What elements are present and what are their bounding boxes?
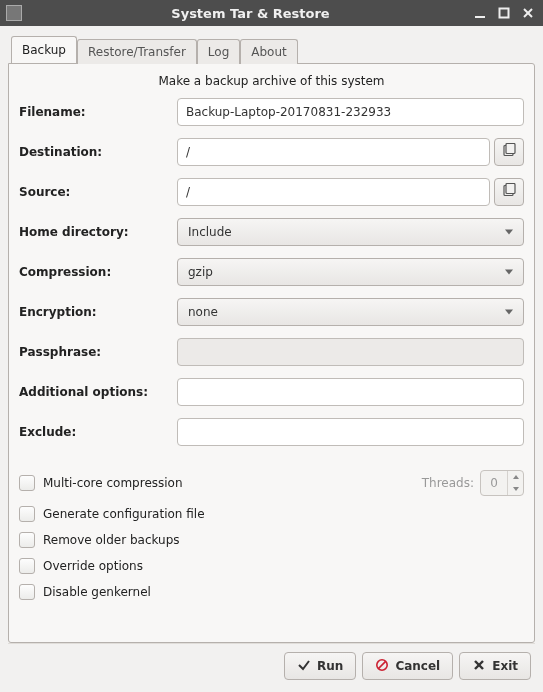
- destination-input[interactable]: [177, 138, 490, 166]
- passphrase-input: [177, 338, 524, 366]
- genconf-label[interactable]: Generate configuration file: [43, 507, 205, 521]
- destination-browse-button[interactable]: [494, 138, 524, 166]
- svg-rect-5: [506, 143, 515, 153]
- tab-restore-transfer[interactable]: Restore/Transfer: [77, 39, 197, 64]
- folder-icon: [501, 143, 517, 162]
- tab-backup[interactable]: Backup: [11, 36, 77, 63]
- window-title: System Tar & Restore: [30, 6, 471, 21]
- additional-options-input[interactable]: [177, 378, 524, 406]
- filename-input[interactable]: [177, 98, 524, 126]
- home-directory-label: Home directory:: [19, 225, 177, 239]
- threads-value: 0: [481, 471, 507, 495]
- cancel-button[interactable]: Cancel: [362, 652, 453, 680]
- action-bar: Run Cancel Exit: [8, 643, 535, 684]
- tab-log[interactable]: Log: [197, 39, 240, 64]
- additional-options-label: Additional options:: [19, 385, 177, 399]
- tab-bar: Backup Restore/Transfer Log About: [8, 36, 535, 63]
- window-controls: [471, 4, 537, 22]
- checkmark-icon: [297, 658, 311, 675]
- disable-genkernel-checkbox[interactable]: [19, 584, 35, 600]
- close-button[interactable]: [519, 4, 537, 22]
- encryption-label: Encryption:: [19, 305, 177, 319]
- disable-genkernel-label[interactable]: Disable genkernel: [43, 585, 151, 599]
- svg-rect-1: [500, 9, 509, 18]
- app-icon: [6, 5, 22, 21]
- genconf-checkbox[interactable]: [19, 506, 35, 522]
- exclude-input[interactable]: [177, 418, 524, 446]
- passphrase-label: Passphrase:: [19, 345, 177, 359]
- multicore-checkbox[interactable]: [19, 475, 35, 491]
- prohibit-icon: [375, 658, 389, 675]
- compression-label: Compression:: [19, 265, 177, 279]
- home-directory-value: Include: [188, 225, 232, 239]
- filename-label: Filename:: [19, 105, 177, 119]
- cancel-button-label: Cancel: [395, 659, 440, 673]
- encryption-select[interactable]: none: [177, 298, 524, 326]
- app-window: System Tar & Restore Backup Restore/Tran…: [0, 0, 543, 692]
- compression-value: gzip: [188, 265, 213, 279]
- override-checkbox[interactable]: [19, 558, 35, 574]
- compression-select[interactable]: gzip: [177, 258, 524, 286]
- threads-down[interactable]: [508, 483, 523, 495]
- threads-spinner: 0: [480, 470, 524, 496]
- exit-button-label: Exit: [492, 659, 518, 673]
- run-button-label: Run: [317, 659, 343, 673]
- source-browse-button[interactable]: [494, 178, 524, 206]
- close-icon: [472, 658, 486, 675]
- multicore-label[interactable]: Multi-core compression: [43, 476, 183, 490]
- maximize-button[interactable]: [495, 4, 513, 22]
- remove-older-checkbox[interactable]: [19, 532, 35, 548]
- threads-label: Threads:: [422, 476, 474, 490]
- folder-icon: [501, 183, 517, 202]
- svg-rect-7: [506, 183, 515, 193]
- panel-heading: Make a backup archive of this system: [19, 74, 524, 88]
- run-button[interactable]: Run: [284, 652, 356, 680]
- svg-line-9: [379, 661, 386, 668]
- tab-about[interactable]: About: [240, 39, 297, 64]
- titlebar[interactable]: System Tar & Restore: [0, 0, 543, 26]
- source-input[interactable]: [177, 178, 490, 206]
- client-area: Backup Restore/Transfer Log About Make a…: [0, 26, 543, 692]
- remove-older-label[interactable]: Remove older backups: [43, 533, 180, 547]
- minimize-button[interactable]: [471, 4, 489, 22]
- exclude-label: Exclude:: [19, 425, 177, 439]
- home-directory-select[interactable]: Include: [177, 218, 524, 246]
- exit-button[interactable]: Exit: [459, 652, 531, 680]
- threads-up[interactable]: [508, 471, 523, 483]
- source-label: Source:: [19, 185, 177, 199]
- destination-label: Destination:: [19, 145, 177, 159]
- override-label[interactable]: Override options: [43, 559, 143, 573]
- encryption-value: none: [188, 305, 218, 319]
- backup-panel: Make a backup archive of this system Fil…: [8, 63, 535, 643]
